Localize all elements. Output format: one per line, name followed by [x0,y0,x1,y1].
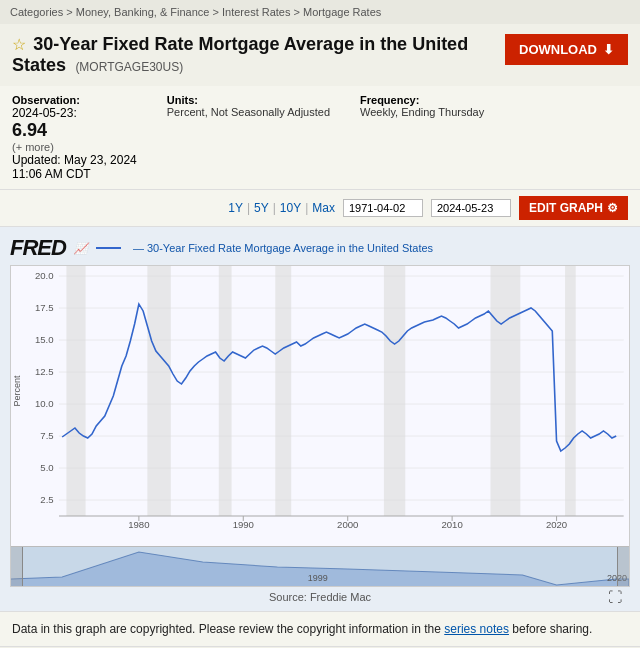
time-range-links: 1Y | 5Y | 10Y | Max [228,201,335,215]
breadcrumb: Categories > Money, Banking, & Finance >… [0,0,640,24]
svg-text:Percent: Percent [11,375,21,406]
svg-rect-4 [275,266,291,516]
copyright-bar: Data in this graph are copyrighted. Plea… [0,611,640,646]
updated-date: Updated: May 23, 2024 [12,153,137,167]
svg-text:10.0: 10.0 [35,399,54,409]
series-code: (MORTGAGE30US) [75,60,183,74]
title-area: ☆ 30-Year Fixed Rate Mortgage Average in… [0,24,640,86]
chart-section: FRED 📈 — 30-Year Fixed Rate Mortgage Ave… [0,227,640,611]
chart-wrapper: 20.0 17.5 15.0 12.5 10.0 7.5 5.0 2.5 Per… [10,265,630,587]
units-block: Units: Percent, Not Seasonally Adjusted [167,94,330,118]
frequency-label: Frequency: [360,94,484,106]
svg-text:1980: 1980 [128,520,149,530]
observation-value: 6.94 [12,120,47,140]
copyright-text2: before sharing. [512,622,592,636]
svg-rect-3 [219,266,232,516]
minimap-right-handle[interactable] [617,547,629,586]
edit-graph-button[interactable]: EDIT GRAPH ⚙ [519,196,628,220]
download-button[interactable]: DOWNLOAD ⬇ [505,34,628,65]
time-link-10y[interactable]: 10Y [280,201,301,215]
svg-rect-1 [66,266,85,516]
copyright-text: Data in this graph are copyrighted. Plea… [12,622,441,636]
date-start-input[interactable] [343,199,423,217]
svg-text:1990: 1990 [233,520,254,530]
svg-text:20.0: 20.0 [35,271,54,281]
breadcrumb-categories[interactable]: Categories [10,6,63,18]
frequency-value: Weekly, Ending Thursday [360,106,484,118]
chart-area[interactable]: 20.0 17.5 15.0 12.5 10.0 7.5 5.0 2.5 Per… [11,266,629,546]
fred-logo: FRED [10,235,66,261]
chart-header: FRED 📈 — 30-Year Fixed Rate Mortgage Ave… [10,235,630,261]
svg-rect-2 [147,266,170,516]
units-value: Percent, Not Seasonally Adjusted [167,106,330,118]
svg-rect-7 [565,266,576,516]
svg-rect-5 [384,266,405,516]
svg-text:7.5: 7.5 [40,431,53,441]
svg-rect-6 [490,266,520,516]
series-notes-link[interactable]: series notes [444,622,509,636]
metadata-row: Observation: 2024-05-23: 6.94 (+ more) U… [0,86,640,190]
source-row: Source: Freddie Mac ⛶ [10,587,630,607]
fred-icon: 📈 [74,242,88,255]
time-link-1y[interactable]: 1Y [228,201,243,215]
minimap[interactable]: 1999 2020 [11,546,629,586]
breadcrumb-mortgage-rates[interactable]: Mortgage Rates [303,6,381,18]
breadcrumb-interest-rates[interactable]: Interest Rates [222,6,290,18]
observation-date: 2024-05-23: [12,106,137,120]
svg-text:2000: 2000 [337,520,358,530]
favorite-star[interactable]: ☆ [12,36,26,53]
controls-row: 1Y | 5Y | 10Y | Max EDIT GRAPH ⚙ [0,190,640,227]
minimap-left-handle[interactable] [11,547,23,586]
observation-block: Observation: 2024-05-23: 6.94 (+ more) U… [12,94,137,181]
svg-text:2.5: 2.5 [40,495,53,505]
frequency-block: Frequency: Weekly, Ending Thursday [360,94,484,118]
svg-text:12.5: 12.5 [35,367,54,377]
svg-text:5.0: 5.0 [40,463,53,473]
units-label: Units: [167,94,330,106]
time-link-max[interactable]: Max [312,201,335,215]
chart-line-label: — 30-Year Fixed Rate Mortgage Average in… [133,242,433,254]
observation-label: Observation: [12,94,137,106]
svg-text:2010: 2010 [441,520,462,530]
observation-more[interactable]: (+ more) [12,141,137,153]
breadcrumb-money[interactable]: Money, Banking, & Finance [76,6,210,18]
time-link-5y[interactable]: 5Y [254,201,269,215]
svg-text:17.5: 17.5 [35,303,54,313]
updated-time: 11:06 AM CDT [12,167,137,181]
chart-svg: 20.0 17.5 15.0 12.5 10.0 7.5 5.0 2.5 Per… [11,266,629,546]
line-indicator [96,247,121,249]
fullscreen-button[interactable]: ⛶ [608,589,622,605]
svg-text:2020: 2020 [546,520,567,530]
source-text: Source: Freddie Mac [269,591,371,603]
svg-text:15.0: 15.0 [35,335,54,345]
date-end-input[interactable] [431,199,511,217]
minimap-label-left: 1999 [308,573,328,583]
title-block: ☆ 30-Year Fixed Rate Mortgage Average in… [12,34,505,76]
